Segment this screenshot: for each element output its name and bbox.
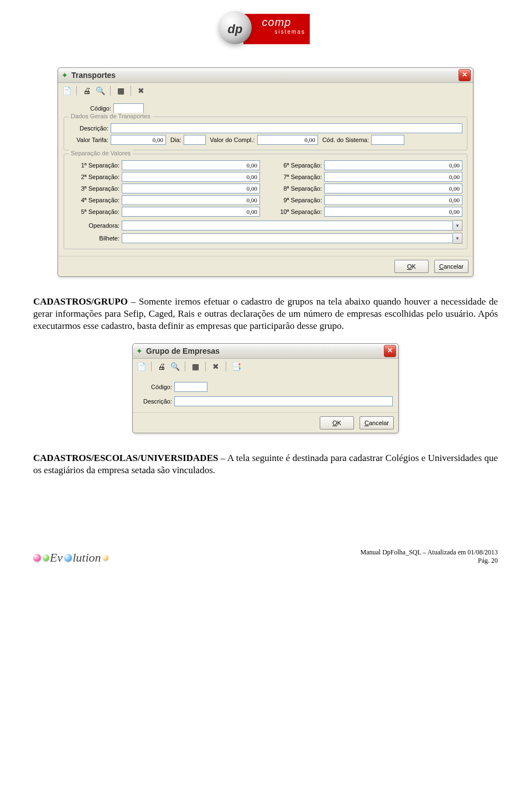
footer-line2: Pág. 20 bbox=[360, 557, 498, 565]
sep-input[interactable] bbox=[122, 160, 260, 170]
sep-row: 6ª Separação: bbox=[271, 160, 462, 170]
sep-row: 7ª Separação: bbox=[271, 172, 462, 182]
codsist-input[interactable] bbox=[371, 135, 404, 145]
delete-icon[interactable]: ✖ bbox=[211, 362, 221, 371]
sep-input[interactable] bbox=[324, 207, 462, 217]
header-logo: comp sistemas dp bbox=[33, 11, 498, 51]
para2-title: CADASTROS/ESCOLAS/UNIVERSIDADES bbox=[33, 453, 218, 463]
search-icon[interactable]: 🔍 bbox=[95, 86, 105, 96]
compl-input[interactable] bbox=[257, 135, 318, 145]
sep-label: 7ª Separação: bbox=[271, 174, 324, 180]
chevron-down-icon: ▼ bbox=[453, 220, 462, 231]
sep-label: 4ª Separação: bbox=[69, 197, 122, 203]
cancel-button[interactable]: Cancelar bbox=[434, 260, 468, 273]
sep-label: 9ª Separação: bbox=[271, 197, 324, 203]
window-icon: ✦ bbox=[60, 71, 69, 80]
sep-row: 8ª Separação: bbox=[271, 184, 462, 193]
logo-comp-text: comp bbox=[248, 16, 305, 29]
titlebar: ✦ Transportes ✕ bbox=[58, 68, 473, 83]
desc-input[interactable] bbox=[111, 123, 462, 133]
chevron-down-icon: ▼ bbox=[453, 233, 462, 244]
bilhete-label: Bilhete: bbox=[69, 235, 122, 242]
compl-label: Valor do Compl.: bbox=[210, 137, 257, 143]
footer: Ev lution Manual DpFolha_SQL – Atualizad… bbox=[33, 548, 498, 565]
group-legend: Separação de Valores bbox=[69, 150, 133, 156]
sep-row: 1ª Separação: bbox=[69, 160, 260, 170]
para1-title: CADASTROS/GRUPO bbox=[33, 296, 128, 307]
evolution-logo: Ev lution bbox=[33, 551, 108, 565]
sep-input[interactable] bbox=[324, 172, 462, 182]
dia-label: Dia: bbox=[170, 137, 184, 143]
sep-input[interactable] bbox=[122, 195, 260, 205]
toolbar: 📄 🖨 🔍 ▦ ✖ 📑 bbox=[133, 359, 398, 374]
codigo-label: Código: bbox=[85, 105, 113, 112]
sep-label: 10ª Separação: bbox=[271, 208, 324, 215]
window-title: Transportes bbox=[71, 71, 459, 80]
tarifa-label: Valor Tarifa: bbox=[69, 137, 111, 143]
sep-input[interactable] bbox=[324, 160, 462, 170]
bilhete-combo[interactable]: ▼ bbox=[122, 233, 462, 244]
grid-icon[interactable]: ▦ bbox=[190, 362, 200, 371]
codigo-input[interactable] bbox=[174, 382, 207, 392]
ok-button[interactable]: OK bbox=[394, 260, 429, 273]
dados-gerais-group: Dados Gerais de Transportes Descrição: V… bbox=[64, 117, 467, 150]
logo-dp-text: dp bbox=[218, 22, 252, 36]
desc-input[interactable] bbox=[174, 396, 393, 406]
tarifa-input[interactable] bbox=[111, 135, 166, 145]
desc-label: Descrição: bbox=[69, 125, 111, 132]
sep-label: 6ª Separação: bbox=[271, 162, 324, 169]
codsist-label: Cód. do Sistema: bbox=[322, 137, 371, 143]
operadora-label: Operadora: bbox=[69, 222, 122, 229]
cancel-button[interactable]: Cancelar bbox=[360, 416, 394, 429]
grupo-empresas-window: ✦ Grupo de Empresas ✕ 📄 🖨 🔍 ▦ ✖ 📑 Código… bbox=[132, 343, 399, 433]
new-icon[interactable]: 📄 bbox=[136, 362, 146, 371]
search-icon[interactable]: 🔍 bbox=[170, 362, 180, 371]
group-legend: Dados Gerais de Transportes bbox=[69, 113, 153, 119]
window-title: Grupo de Empresas bbox=[146, 347, 384, 355]
paragraph-1: CADASTROS/GRUPO – Somente iremos efetuar… bbox=[33, 296, 498, 332]
sep-input[interactable] bbox=[122, 172, 260, 182]
sep-label: 3ª Separação: bbox=[69, 185, 122, 192]
dia-input[interactable] bbox=[184, 135, 206, 145]
footer-line1: Manual DpFolha_SQL – Atualizada em 01/08… bbox=[360, 548, 498, 557]
sep-row: 10ª Separação: bbox=[271, 207, 462, 217]
close-button[interactable]: ✕ bbox=[384, 345, 396, 357]
sep-label: 5ª Separação: bbox=[69, 208, 122, 215]
sep-row: 9ª Separação: bbox=[271, 195, 462, 205]
sep-row: 3ª Separação: bbox=[69, 184, 260, 193]
print-icon[interactable]: 🖨 bbox=[157, 362, 166, 371]
operadora-combo[interactable]: ▼ bbox=[122, 220, 462, 231]
sep-label: 8ª Separação: bbox=[271, 185, 324, 192]
sep-label: 2ª Separação: bbox=[69, 174, 122, 180]
codigo-input[interactable] bbox=[113, 103, 144, 113]
sep-input[interactable] bbox=[122, 184, 260, 193]
sep-input[interactable] bbox=[122, 207, 260, 217]
new-icon[interactable]: 📄 bbox=[61, 86, 71, 96]
separacao-group: Separação de Valores 1ª Separação:2ª Sep… bbox=[64, 154, 467, 249]
sep-row: 5ª Separação: bbox=[69, 207, 260, 217]
sep-row: 4ª Separação: bbox=[69, 195, 260, 205]
print-icon[interactable]: 🖨 bbox=[82, 86, 92, 96]
delete-icon[interactable]: ✖ bbox=[136, 86, 146, 96]
ok-button[interactable]: OK bbox=[320, 416, 354, 429]
titlebar: ✦ Grupo de Empresas ✕ bbox=[133, 344, 398, 359]
logo-sistemas-text: sistemas bbox=[248, 29, 305, 35]
grid-icon[interactable]: ▦ bbox=[116, 86, 126, 96]
sep-row: 2ª Separação: bbox=[69, 172, 260, 182]
sep-label: 1ª Separação: bbox=[69, 162, 122, 169]
paragraph-2: CADASTROS/ESCOLAS/UNIVERSIDADES – A tela… bbox=[33, 452, 498, 476]
close-button[interactable]: ✕ bbox=[459, 69, 471, 81]
window-icon: ✦ bbox=[135, 347, 144, 355]
transportes-window: ✦ Transportes ✕ 📄 🖨 🔍 ▦ ✖ Código: Dados … bbox=[58, 67, 473, 277]
desc-label: Descrição: bbox=[138, 398, 174, 405]
sep-input[interactable] bbox=[324, 184, 462, 193]
toolbar: 📄 🖨 🔍 ▦ ✖ bbox=[58, 83, 473, 98]
codigo-label: Código: bbox=[142, 384, 174, 390]
sep-input[interactable] bbox=[324, 195, 462, 205]
extra-icon[interactable]: 📑 bbox=[231, 362, 241, 371]
